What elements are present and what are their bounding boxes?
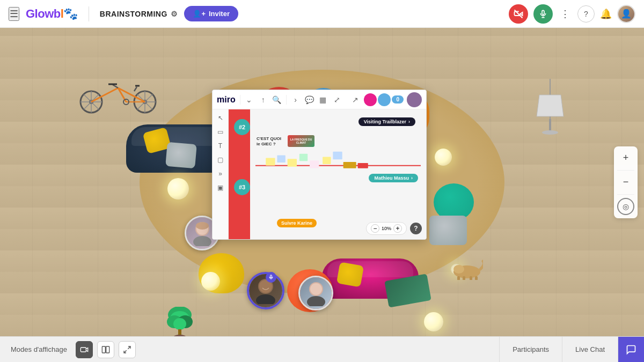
notifications-icon[interactable]: 🔔 bbox=[600, 8, 612, 20]
miro-upload-icon[interactable]: ↑ bbox=[258, 94, 268, 105]
miro-text-tool[interactable]: T bbox=[215, 141, 226, 151]
miro-zoom-controls: − 10% + ? bbox=[366, 222, 422, 235]
svg-rect-71 bbox=[80, 348, 86, 352]
light-orb-4 bbox=[424, 312, 443, 331]
plant-decoration bbox=[166, 307, 193, 336]
miro-frame[interactable]: miro ⌄ ↑ 🔍 › 💬 ▦ ⤢ ↗ 0 ↖ ▭ bbox=[212, 90, 427, 240]
zoom-out-button[interactable]: − bbox=[617, 174, 634, 191]
participants-label: Participants bbox=[513, 345, 549, 353]
header: ☰ Glowbl🐾 BRAINSTORMING ⚙ 👤+ Inviter bbox=[0, 0, 644, 28]
svg-rect-65 bbox=[299, 154, 308, 161]
svg-line-16 bbox=[91, 88, 118, 102]
zoom-panel-divider-2 bbox=[617, 194, 634, 195]
svg-rect-59 bbox=[270, 275, 272, 278]
svg-line-22 bbox=[134, 87, 137, 91]
fullscreen-mode-button[interactable] bbox=[119, 341, 136, 358]
settings-icon[interactable]: ⚙ bbox=[171, 10, 178, 18]
suivre-karine-badge[interactable]: Suivre Karine bbox=[277, 219, 317, 227]
help-button[interactable]: ? bbox=[577, 5, 595, 23]
miro-zoom-level: 10% bbox=[382, 226, 391, 231]
svg-rect-42 bbox=[457, 276, 460, 280]
split-mode-button[interactable] bbox=[97, 341, 114, 358]
camera-mode-button[interactable] bbox=[76, 341, 93, 358]
miro-expand-icon[interactable]: ⤢ bbox=[332, 94, 342, 105]
light-orb-3 bbox=[435, 149, 452, 166]
miro-preview-tool[interactable]: ▣ bbox=[215, 182, 226, 193]
display-modes: Modes d'affichage bbox=[0, 341, 499, 358]
svg-point-50 bbox=[193, 236, 211, 246]
mathieu-badge-text: Mathieu Massu bbox=[374, 175, 409, 181]
more-options-icon[interactable]: ⋮ bbox=[558, 6, 572, 22]
user-avatar[interactable]: 👤 bbox=[617, 5, 635, 23]
header-divider bbox=[89, 6, 89, 21]
chat-action-button[interactable] bbox=[618, 337, 644, 363]
svg-point-57 bbox=[307, 296, 325, 306]
compass-button[interactable]: ◎ bbox=[617, 198, 634, 215]
miro-note-tool[interactable]: ▢ bbox=[215, 154, 226, 165]
miro-user-count: 0 bbox=[392, 95, 404, 104]
mic-indicator bbox=[266, 272, 276, 283]
svg-rect-70 bbox=[358, 163, 368, 168]
zoom-panel-divider bbox=[617, 170, 634, 171]
miro-left-panel: ↖ ▭ T ▢ » ▣ bbox=[213, 109, 229, 239]
svg-rect-63 bbox=[277, 156, 285, 162]
svg-marker-26 bbox=[537, 95, 564, 116]
svg-point-28 bbox=[542, 130, 558, 135]
svg-line-20 bbox=[113, 85, 118, 88]
miro-content[interactable]: #2 #3 Visiting Trailblazer C'EST QUOIle … bbox=[229, 109, 426, 239]
miro-nav-icon[interactable]: › bbox=[291, 94, 301, 105]
svg-point-41 bbox=[453, 265, 464, 274]
svg-rect-67 bbox=[323, 157, 331, 164]
live-chat-tab[interactable]: Live Chat bbox=[562, 337, 618, 363]
svg-rect-68 bbox=[333, 152, 342, 159]
miro-search-icon[interactable]: 🔍 bbox=[272, 94, 282, 105]
footer-right: Participants Live Chat bbox=[499, 337, 644, 363]
miro-right-tools: ↗ 0 bbox=[350, 92, 422, 107]
visiting-badge-text: Visiting Trailblazer bbox=[364, 119, 406, 124]
visiting-trailblazer-badge[interactable]: Visiting Trailblazer bbox=[358, 117, 415, 126]
miro-comments-icon[interactable]: 💬 bbox=[304, 94, 314, 105]
svg-rect-62 bbox=[266, 158, 275, 165]
participants-tab[interactable]: Participants bbox=[500, 337, 562, 363]
fresque-logo-text: LA FRESQUE DU CLIMAT bbox=[288, 138, 314, 144]
miro-frame-tool[interactable]: ▭ bbox=[215, 127, 226, 137]
miro-zoom-minus[interactable]: − bbox=[371, 224, 379, 233]
svg-point-58 bbox=[310, 283, 322, 295]
zoom-in-button[interactable]: + bbox=[617, 150, 634, 167]
miro-zoom-plus[interactable]: + bbox=[393, 224, 402, 233]
microphone-button[interactable] bbox=[533, 4, 553, 24]
pet-decoration bbox=[451, 258, 483, 282]
camera-off-button[interactable] bbox=[509, 4, 528, 24]
svg-rect-72 bbox=[102, 346, 105, 353]
miro-toolbar: miro ⌄ ↑ 🔍 › 💬 ▦ ⤢ ↗ 0 bbox=[213, 90, 426, 109]
svg-point-54 bbox=[256, 294, 275, 304]
miro-pointer-tool[interactable]: ↖ bbox=[215, 113, 226, 123]
svg-rect-73 bbox=[106, 346, 109, 353]
miro-cursor-icon[interactable]: ↗ bbox=[350, 94, 361, 105]
invite-button[interactable]: 👤+ Inviter bbox=[184, 6, 238, 21]
miro-grid-icon[interactable]: ▦ bbox=[318, 94, 328, 105]
zoom-panel: + − ◎ bbox=[614, 146, 638, 218]
footer: Modes d'affichage Participants bbox=[0, 336, 644, 362]
gray-ottoman bbox=[429, 216, 467, 245]
miro-help-button[interactable]: ? bbox=[410, 223, 422, 234]
svg-line-74 bbox=[128, 346, 130, 349]
miro-more-tools[interactable]: » bbox=[215, 168, 226, 179]
svg-line-75 bbox=[124, 350, 127, 353]
canvas[interactable]: miro ⌄ ↑ 🔍 › 💬 ▦ ⤢ ↗ 0 ↖ ▭ bbox=[0, 28, 644, 336]
logo: Glowbl🐾 bbox=[26, 7, 78, 21]
mathieu-badge[interactable]: Mathieu Massu bbox=[369, 174, 418, 182]
gray-cushion bbox=[165, 142, 197, 169]
menu-button[interactable]: ☰ bbox=[9, 7, 19, 21]
miro-zoom-bar[interactable]: − 10% + bbox=[366, 222, 407, 235]
invite-icon: 👤+ bbox=[193, 10, 206, 18]
lamp-decoration bbox=[534, 79, 566, 140]
invite-label: Inviter bbox=[209, 10, 230, 18]
live-chat-label: Live Chat bbox=[575, 345, 605, 353]
miro-collapse-icon[interactable]: ⌄ bbox=[245, 94, 254, 105]
light-orb-2 bbox=[201, 272, 220, 291]
fresque-logo: LA FRESQUE DU CLIMAT bbox=[288, 135, 314, 147]
svg-rect-69 bbox=[343, 162, 356, 168]
suivre-badge-text: Suivre Karine bbox=[281, 220, 312, 226]
miro-avatar-3 bbox=[407, 92, 422, 107]
